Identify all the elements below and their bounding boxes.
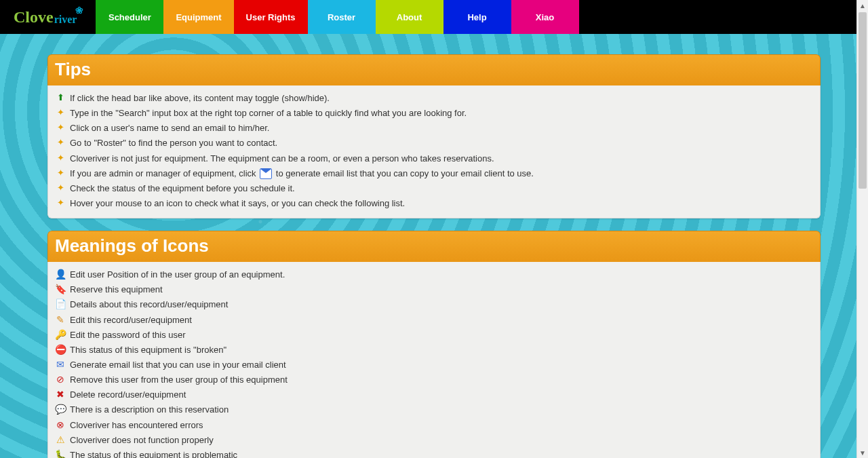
tip-text: Go to "Roster" to find the person you wa… <box>70 136 277 150</box>
broken-icon: ⛔ <box>55 345 66 354</box>
nav-equipment[interactable]: Equipment <box>163 0 233 34</box>
edit-icon: ✎ <box>55 315 66 324</box>
star-icon: ✦ <box>55 183 66 192</box>
arrow-up-icon: ⬆ <box>55 93 66 102</box>
icon-desc: Cloveriver does not function properly <box>70 434 214 447</box>
details-icon: 📄 <box>55 299 66 309</box>
icon-row: 🔖 Reserve this equipment <box>55 282 813 297</box>
top-navbar: Cloveriver❀ Scheduler Equipment User Rig… <box>0 0 868 34</box>
icon-row: 🔑 Edit the password of this user <box>55 328 813 343</box>
icon-desc: Details about this record/user/equipment <box>70 298 228 311</box>
icon-desc: Edit the password of this user <box>70 328 186 342</box>
tip-text: Hover your mouse to an icon to check wha… <box>70 197 405 210</box>
star-icon: ✦ <box>55 168 66 177</box>
nav-about[interactable]: About <box>376 0 443 34</box>
scroll-thumb[interactable] <box>859 12 867 189</box>
icon-row: 💬 There is a description on this reserva… <box>55 402 813 417</box>
star-icon: ✦ <box>55 108 66 117</box>
reserve-icon: 🔖 <box>55 284 66 294</box>
icon-row: 👤 Edit user Position of in the user grou… <box>55 267 813 282</box>
scroll-up-icon[interactable]: ▲ <box>857 0 868 11</box>
tip-text: If click the head bar like above, its co… <box>70 92 330 105</box>
icon-row: ⊗ Cloveriver has encountered errors <box>55 418 813 433</box>
icon-desc: Generate email list that you can use in … <box>70 358 286 372</box>
tip-text: Type in the "Search" input box at the ri… <box>70 107 467 120</box>
tip-row: ✦ Go to "Roster" to find the person you … <box>55 136 813 151</box>
warning-icon: ⚠ <box>55 435 66 444</box>
tip-row: ✦ Hover your mouse to an icon to check w… <box>55 196 813 211</box>
tip-row: ✦ Click on a user's name to send an emai… <box>55 121 813 136</box>
nav-roster[interactable]: Roster <box>308 0 376 34</box>
tip-text: Cloveriver is not just for equipment. Th… <box>70 152 494 166</box>
icons-panel-header[interactable]: Meanings of Icons <box>47 231 821 262</box>
page-content: Tips ⬆ If click the head bar like above,… <box>47 34 821 458</box>
icon-desc: Cloveriver has encountered errors <box>70 419 203 432</box>
tip-text: Click on a user's name to send an email … <box>70 121 269 135</box>
icon-desc: Delete record/user/equipment <box>70 388 186 402</box>
error-icon: ⊗ <box>55 420 66 430</box>
flower-icon: ❀ <box>75 5 83 16</box>
email-icon <box>260 168 272 179</box>
icon-row: ⛔ This status of this equipment is "brok… <box>55 343 813 358</box>
main-nav: Scheduler Equipment User Rights Roster A… <box>96 0 578 34</box>
delete-icon: ✖ <box>55 389 66 399</box>
tip-row: ✦ Type in the "Search" input box at the … <box>55 106 813 121</box>
icon-row: ⚠ Cloveriver does not function properly <box>55 433 813 448</box>
brand-logo[interactable]: Cloveriver❀ <box>0 0 96 34</box>
icon-row: 📄 Details about this record/user/equipme… <box>55 297 813 312</box>
brand-main: Clove <box>14 8 54 26</box>
star-icon: ✦ <box>55 153 66 162</box>
key-icon: 🔑 <box>55 330 66 339</box>
icon-row: 🐛 The status of this equipment is proble… <box>55 448 813 458</box>
remove-user-icon: ⊘ <box>55 375 66 384</box>
tip-row: ✦ If you are admin or manager of equipme… <box>55 166 813 181</box>
icon-row: ✖ Delete record/user/equipment <box>55 387 813 402</box>
star-icon: ✦ <box>55 123 66 132</box>
icon-desc: There is a description on this reservati… <box>70 403 229 417</box>
email-icon: ✉ <box>55 360 66 369</box>
icons-panel: Meanings of Icons 👤 Edit user Position o… <box>47 231 821 458</box>
tip-text: Check the status of the equipment before… <box>70 182 295 195</box>
tip-row: ⬆ If click the head bar like above, its … <box>55 91 813 106</box>
vertical-scrollbar[interactable]: ▲ ▼ <box>856 0 868 458</box>
icon-row: ✉ Generate email list that you can use i… <box>55 358 813 373</box>
icons-panel-body: 👤 Edit user Position of in the user grou… <box>47 262 821 458</box>
tip-row: ✦ Cloveriver is not just for equipment. … <box>55 151 813 166</box>
icon-desc: The status of this equipment is problema… <box>70 449 237 458</box>
tips-panel-header[interactable]: Tips <box>47 54 821 85</box>
tip-text: If you are admin or manager of equipment… <box>70 167 534 180</box>
star-icon: ✦ <box>55 198 66 207</box>
star-icon: ✦ <box>55 138 66 147</box>
icon-desc: This status of this equipment is "broken… <box>70 343 226 357</box>
icon-desc: Edit user Position of in the user group … <box>70 268 285 282</box>
icon-row: ✎ Edit this record/user/equipment <box>55 313 813 328</box>
scroll-down-icon[interactable]: ▼ <box>857 447 868 458</box>
nav-help[interactable]: Help <box>443 0 511 34</box>
bug-icon: 🐛 <box>55 450 66 458</box>
tips-panel-body: ⬆ If click the head bar like above, its … <box>47 85 821 218</box>
edit-user-icon: 👤 <box>55 269 66 279</box>
tip-row: ✦ Check the status of the equipment befo… <box>55 181 813 196</box>
icon-desc: Edit this record/user/equipment <box>70 313 192 327</box>
brand-sub: river <box>54 14 77 26</box>
tips-panel: Tips ⬆ If click the head bar like above,… <box>47 54 821 218</box>
nav-scheduler[interactable]: Scheduler <box>96 0 163 34</box>
icon-desc: Reserve this equipment <box>70 283 163 297</box>
nav-user-rights[interactable]: User Rights <box>234 0 308 34</box>
icon-desc: Remove this user from the user group of … <box>70 373 288 387</box>
nav-current-user[interactable]: Xiao <box>511 0 579 34</box>
icon-row: ⊘ Remove this user from the user group o… <box>55 373 813 387</box>
description-icon: 💬 <box>55 404 66 414</box>
